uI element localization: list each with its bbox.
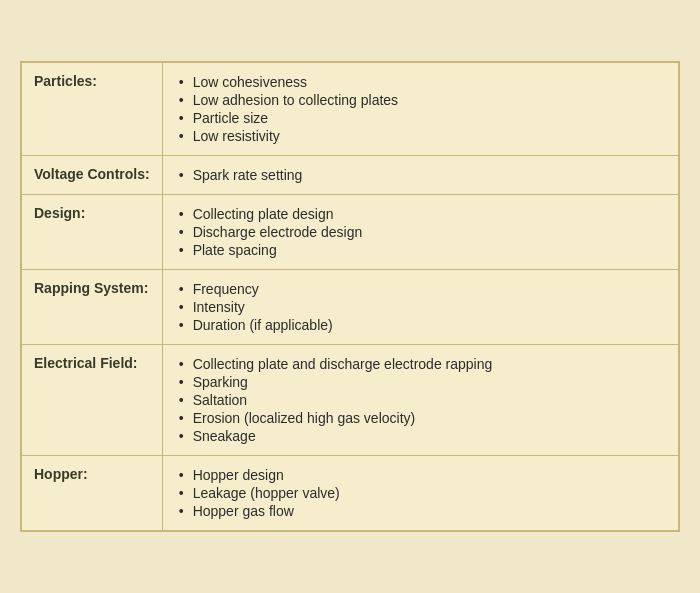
list-item: Duration (if applicable) xyxy=(175,316,666,334)
list-item: Collecting plate design xyxy=(175,205,666,223)
list-item: Intensity xyxy=(175,298,666,316)
table-row: Particles:Low cohesivenessLow adhesion t… xyxy=(22,63,679,156)
table-row: Hopper:Hopper designLeakage (hopper valv… xyxy=(22,456,679,531)
list-item: Leakage (hopper valve) xyxy=(175,484,666,502)
list-item: Sparking xyxy=(175,373,666,391)
table-row: Design:Collecting plate designDischarge … xyxy=(22,195,679,270)
row-label: Electrical Field: xyxy=(22,345,163,456)
row-content: FrequencyIntensityDuration (if applicabl… xyxy=(162,270,678,345)
row-label: Hopper: xyxy=(22,456,163,531)
list-item: Erosion (localized high gas velocity) xyxy=(175,409,666,427)
table-row: Voltage Controls:Spark rate setting xyxy=(22,156,679,195)
row-label: Rapping System: xyxy=(22,270,163,345)
data-table: Particles:Low cohesivenessLow adhesion t… xyxy=(21,62,679,531)
list-item: Plate spacing xyxy=(175,241,666,259)
row-label: Particles: xyxy=(22,63,163,156)
list-item: Sneakage xyxy=(175,427,666,445)
list-item: Low adhesion to collecting plates xyxy=(175,91,666,109)
table-row: Rapping System:FrequencyIntensityDuratio… xyxy=(22,270,679,345)
row-label: Voltage Controls: xyxy=(22,156,163,195)
list-item: Low cohesiveness xyxy=(175,73,666,91)
row-content: Spark rate setting xyxy=(162,156,678,195)
row-content: Hopper designLeakage (hopper valve)Hoppe… xyxy=(162,456,678,531)
list-item: Hopper design xyxy=(175,466,666,484)
list-item: Collecting plate and discharge electrode… xyxy=(175,355,666,373)
list-item: Discharge electrode design xyxy=(175,223,666,241)
list-item: Saltation xyxy=(175,391,666,409)
row-content: Collecting plate designDischarge electro… xyxy=(162,195,678,270)
row-content: Low cohesivenessLow adhesion to collecti… xyxy=(162,63,678,156)
list-item: Hopper gas flow xyxy=(175,502,666,520)
list-item: Spark rate setting xyxy=(175,166,666,184)
row-label: Design: xyxy=(22,195,163,270)
table-row: Electrical Field:Collecting plate and di… xyxy=(22,345,679,456)
main-table-container: Particles:Low cohesivenessLow adhesion t… xyxy=(20,61,680,532)
list-item: Low resistivity xyxy=(175,127,666,145)
list-item: Particle size xyxy=(175,109,666,127)
list-item: Frequency xyxy=(175,280,666,298)
row-content: Collecting plate and discharge electrode… xyxy=(162,345,678,456)
